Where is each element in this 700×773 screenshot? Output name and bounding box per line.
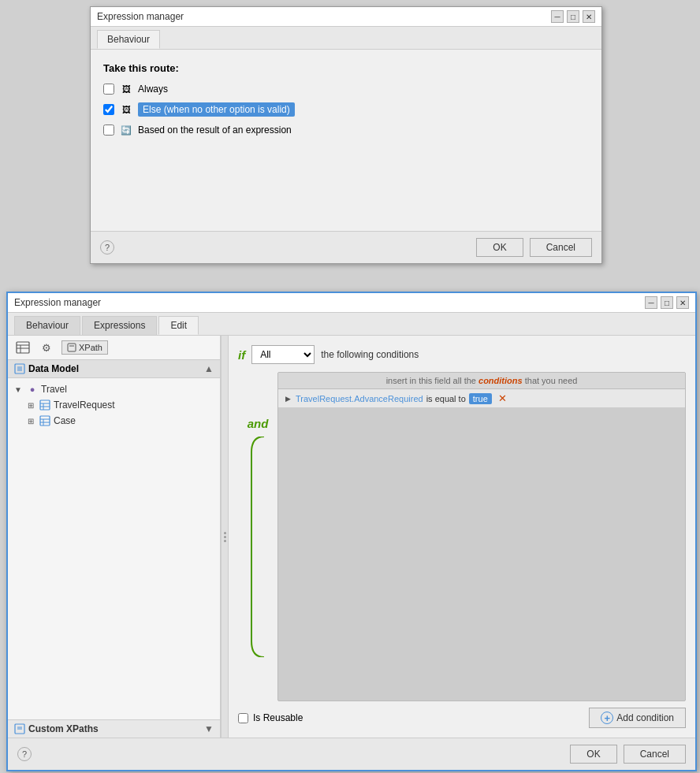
bottom-dialog-title: Expression manager xyxy=(14,297,101,308)
bottom-dialog-titlebar: Expression manager ─ □ ✕ xyxy=(8,293,695,313)
add-icon: + xyxy=(601,712,613,724)
add-condition-button[interactable]: + Add condition xyxy=(589,708,686,728)
if-row: if All Any None the following conditions xyxy=(238,345,686,364)
condition-row-1: ▶ TravelRequest.AdvanceRequired is equal… xyxy=(278,389,685,408)
following-conditions: the following conditions xyxy=(321,349,419,360)
travelrequest-icon xyxy=(39,399,51,411)
svg-rect-0 xyxy=(17,342,29,353)
bottom-titlebar-controls: ─ □ ✕ xyxy=(645,296,689,309)
else-label: Else (when no other option is valid) xyxy=(138,102,295,117)
close-button[interactable]: ✕ xyxy=(583,10,595,23)
tree-item-travelrequest[interactable]: ⊞ TravelRequest xyxy=(8,397,220,413)
splitter-dot-2 xyxy=(224,536,226,538)
xpath-button[interactable]: Data Model XPath xyxy=(61,340,108,355)
top-footer-buttons: OK Cancel xyxy=(476,238,592,257)
travel-label: Travel xyxy=(41,384,67,395)
always-label: Always xyxy=(138,84,168,95)
maximize-button[interactable]: □ xyxy=(567,10,579,23)
top-dialog-title: Expression manager xyxy=(97,11,184,22)
svg-rect-14 xyxy=(40,416,50,426)
top-titlebar-controls: ─ □ ✕ xyxy=(551,10,595,23)
bottom-cancel-button[interactable]: Cancel xyxy=(624,745,686,764)
top-dialog-content: Take this route: 🖼 Always 🖼 Else (when n… xyxy=(91,50,601,231)
tree-item-travel[interactable]: ▼ ● Travel xyxy=(8,381,220,397)
condition-op: is equal to xyxy=(426,394,466,403)
tab-behaviour-bottom[interactable]: Behaviour xyxy=(14,316,80,335)
bottom-maximize-button[interactable]: □ xyxy=(661,296,673,309)
is-reusable-checkbox[interactable] xyxy=(238,713,248,723)
top-cancel-button[interactable]: Cancel xyxy=(530,238,592,257)
is-reusable-row: Is Reusable xyxy=(238,712,303,723)
conditions-hint: insert in this field all the conditions … xyxy=(278,373,685,389)
bottom-row: Is Reusable + Add condition xyxy=(238,708,686,728)
checkbox-always[interactable] xyxy=(103,84,114,95)
bottom-close-button[interactable]: ✕ xyxy=(676,296,689,309)
tree-item-case[interactable]: ⊞ Case xyxy=(8,413,220,429)
top-ok-button[interactable]: OK xyxy=(476,238,523,257)
and-section: and xyxy=(238,372,277,701)
bottom-help-button[interactable]: ? xyxy=(17,747,32,761)
top-dialog: Expression manager ─ □ ✕ Behaviour Take … xyxy=(90,6,602,264)
custom-xpaths-label: Custom XPaths xyxy=(28,723,99,734)
travelrequest-label: TravelRequest xyxy=(54,400,115,411)
expand-travel[interactable]: ▼ xyxy=(13,384,24,395)
condition-field: TravelRequest.AdvanceRequired xyxy=(296,394,423,403)
and-with-brace: and xyxy=(248,417,269,657)
splitter-dot-1 xyxy=(224,532,226,534)
conditions-box: insert in this field all the conditions … xyxy=(277,372,686,701)
option-expression: 🔄 Based on the result of an expression xyxy=(103,124,589,136)
expression-icon: 🔄 xyxy=(119,124,133,136)
else-icon: 🖼 xyxy=(119,104,133,115)
top-dialog-footer: ? OK Cancel xyxy=(91,231,601,263)
option-always: 🖼 Always xyxy=(103,84,589,95)
bottom-dialog-footer: ? OK Cancel xyxy=(8,738,695,770)
bottom-footer-buttons: OK Cancel xyxy=(570,745,686,764)
all-dropdown[interactable]: All Any None xyxy=(251,345,315,364)
right-panel: if All Any None the following conditions… xyxy=(229,336,695,738)
and-keyword: and xyxy=(248,417,269,430)
collapse-icon[interactable]: ▲ xyxy=(204,363,214,374)
conditions-area: and insert in this field all the conditi… xyxy=(238,372,686,701)
custom-xpaths-expand[interactable]: ▼ xyxy=(204,723,214,734)
option-else: 🖼 Else (when no other option is valid) xyxy=(103,102,589,117)
settings-icon[interactable]: ⚙ xyxy=(38,339,55,356)
bottom-tabs-bar: Behaviour Expressions Edit xyxy=(8,313,695,336)
checkbox-else[interactable] xyxy=(103,104,114,115)
case-icon xyxy=(39,414,51,427)
custom-xpaths-section: Custom XPaths ▼ xyxy=(8,719,220,738)
vertical-splitter[interactable] xyxy=(221,336,229,738)
condition-delete-button[interactable]: ✕ xyxy=(498,392,507,404)
top-tabs-bar: Behaviour xyxy=(91,27,601,50)
data-model-label: Data Model xyxy=(28,363,79,374)
bottom-minimize-button[interactable]: ─ xyxy=(645,296,657,309)
section-title: Take this route: xyxy=(103,62,589,74)
svg-rect-4 xyxy=(68,344,76,351)
add-condition-label: Add condition xyxy=(616,712,674,723)
case-label: Case xyxy=(54,415,76,426)
condition-value: true xyxy=(469,393,492,404)
expand-travelrequest[interactable]: ⊞ xyxy=(25,400,36,411)
top-dialog-titlebar: Expression manager ─ □ ✕ xyxy=(91,7,601,27)
expression-label: Based on the result of an expression xyxy=(138,124,292,136)
tab-edit[interactable]: Edit xyxy=(158,316,199,335)
tab-behaviour-top[interactable]: Behaviour xyxy=(97,30,160,49)
svg-rect-10 xyxy=(40,400,50,410)
conditions-word: conditions xyxy=(478,376,523,385)
always-icon: 🖼 xyxy=(119,84,133,95)
checkbox-expression[interactable] xyxy=(103,124,114,136)
tree-area: ▼ ● Travel ⊞ TravelReques xyxy=(8,378,220,719)
bottom-ok-button[interactable]: OK xyxy=(570,745,616,764)
data-model-header: Data Model ▲ xyxy=(8,360,220,378)
tab-expressions[interactable]: Expressions xyxy=(82,316,157,335)
travel-db-icon: ● xyxy=(26,383,39,396)
left-toolbar: ⚙ Data Model XPath xyxy=(8,336,220,360)
is-reusable-label: Is Reusable xyxy=(253,712,303,723)
top-help-button[interactable]: ? xyxy=(100,240,114,255)
bottom-dialog: Expression manager ─ □ ✕ Behaviour Expre… xyxy=(6,292,697,771)
minimize-button[interactable]: ─ xyxy=(551,10,564,23)
data-model-icon[interactable] xyxy=(14,339,32,356)
if-keyword: if xyxy=(238,348,245,362)
splitter-dot-3 xyxy=(224,540,226,542)
expand-case[interactable]: ⊞ xyxy=(25,415,36,426)
condition-play-icon[interactable]: ▶ xyxy=(283,394,292,403)
